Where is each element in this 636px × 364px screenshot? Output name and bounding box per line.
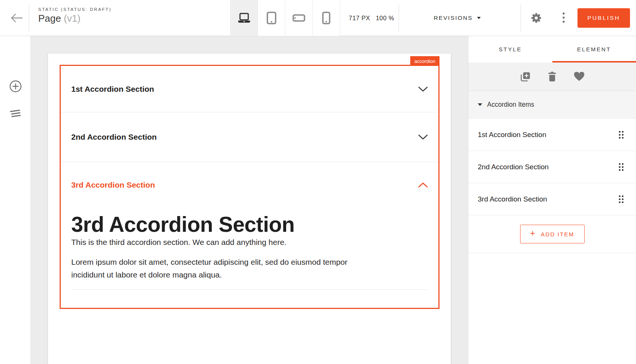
element-actions-toolbar <box>468 63 636 91</box>
trash-icon <box>548 72 556 82</box>
structure-list-icon <box>9 109 22 118</box>
laptop-icon <box>237 13 251 23</box>
chevron-down-icon[interactable] <box>418 134 428 140</box>
accordion-expanded-content: 3rd Accordion Section This is the third … <box>61 213 438 290</box>
chevron-down-icon <box>477 17 481 19</box>
accordion-section-title: 1st Accordion Section <box>71 85 154 94</box>
accordion-section-header-3[interactable]: 3rd Accordion Section <box>61 162 438 208</box>
add-item-row: + ADD ITEM <box>468 215 636 253</box>
viewport-size-info: 717 PX 100 % <box>349 0 394 36</box>
drag-handle-icon[interactable] <box>618 195 624 203</box>
panel-item-row-1[interactable]: 1st Accordion Section <box>468 119 636 151</box>
page-title: Page (v1) <box>38 13 112 24</box>
page-title-block: STATIC (STATUS: DRAFT) Page (v1) <box>38 7 112 24</box>
content-intro: This is the third accordion section. We … <box>71 238 428 247</box>
duplicate-button[interactable] <box>520 72 531 82</box>
editor-canvas: accordion 1st Accordion Section 2nd Acco… <box>31 36 468 364</box>
top-bar: STATIC (STATUS: DRAFT) Page (v1) <box>0 0 636 36</box>
viewport-width-value: 717 PX <box>349 15 370 22</box>
plus-icon: + <box>530 228 536 239</box>
accordion-items-group-label: Accordion Items <box>487 101 534 109</box>
drag-handle-icon[interactable] <box>618 131 624 139</box>
selected-element-outline: accordion 1st Accordion Section 2nd Acco… <box>60 65 440 309</box>
item-label: 3rd Accordion Section <box>478 195 547 203</box>
publish-button[interactable]: PUBLISH <box>578 8 630 28</box>
add-element-button[interactable] <box>9 80 22 92</box>
accordion-section-header-1[interactable]: 1st Accordion Section <box>61 66 438 112</box>
inspector-tabs: STYLE ELEMENT <box>468 36 636 63</box>
panel-item-row-2[interactable]: 2nd Accordion Section <box>468 151 636 183</box>
plus-circle-icon <box>9 80 22 92</box>
back-button[interactable] <box>6 0 28 36</box>
tablet-icon <box>267 12 276 24</box>
favorite-button[interactable] <box>574 72 585 81</box>
accordion-items-group-toggle[interactable]: Accordion Items <box>468 91 636 119</box>
duplicate-icon <box>520 72 531 82</box>
panel-item-row-3[interactable]: 3rd Accordion Section <box>468 183 636 215</box>
gear-icon <box>531 13 542 23</box>
chevron-down-icon[interactable] <box>418 86 428 92</box>
delete-button[interactable] <box>548 72 556 82</box>
content-body: Lorem ipsum dolor sit amet, consectetur … <box>71 256 382 281</box>
revisions-dropdown[interactable]: REVISIONS <box>415 0 500 36</box>
device-landscape-button[interactable] <box>285 0 313 36</box>
phone-landscape-icon <box>292 14 305 22</box>
divider <box>520 4 521 31</box>
device-desktop-button[interactable] <box>231 0 258 36</box>
device-phone-button[interactable] <box>313 0 340 36</box>
status-label: STATIC (STATUS: DRAFT) <box>38 7 112 12</box>
item-label: 2nd Accordion Section <box>478 163 549 171</box>
add-item-button[interactable]: + ADD ITEM <box>520 225 585 243</box>
inspector-panel: STYLE ELEMENT <box>468 36 636 364</box>
kebab-menu-icon <box>562 12 565 24</box>
selected-element-tag: accordion <box>410 56 440 66</box>
divider <box>71 289 428 290</box>
page-preview[interactable]: accordion 1st Accordion Section 2nd Acco… <box>48 54 451 364</box>
divider <box>399 4 399 31</box>
chevron-up-icon[interactable] <box>418 182 428 188</box>
content-heading: 3rd Accordion Section <box>71 213 428 236</box>
accordion-section-title: 3rd Accordion Section <box>71 181 155 189</box>
zoom-level-value: 100 % <box>376 15 394 22</box>
tab-element[interactable]: ELEMENT <box>552 36 636 63</box>
device-preview-group <box>230 0 340 36</box>
divider <box>29 4 29 31</box>
page-structure-button[interactable] <box>9 107 22 120</box>
page-version: (v1) <box>64 13 81 24</box>
heart-icon <box>574 72 585 81</box>
phone-icon <box>322 12 330 24</box>
accordion-section-header-2[interactable]: 2nd Accordion Section <box>61 112 438 162</box>
left-toolbar <box>0 36 31 364</box>
drag-handle-icon[interactable] <box>618 163 624 171</box>
more-options-button[interactable] <box>555 0 572 36</box>
add-item-label: ADD ITEM <box>541 231 574 237</box>
settings-button[interactable] <box>526 0 547 36</box>
tab-style[interactable]: STYLE <box>468 36 552 63</box>
item-label: 1st Accordion Section <box>478 131 546 139</box>
revisions-label: REVISIONS <box>434 15 472 21</box>
caret-down-icon <box>478 103 482 106</box>
accordion-section-title: 2nd Accordion Section <box>71 133 157 142</box>
device-tablet-button[interactable] <box>258 0 285 36</box>
arrow-left-icon <box>10 13 23 22</box>
